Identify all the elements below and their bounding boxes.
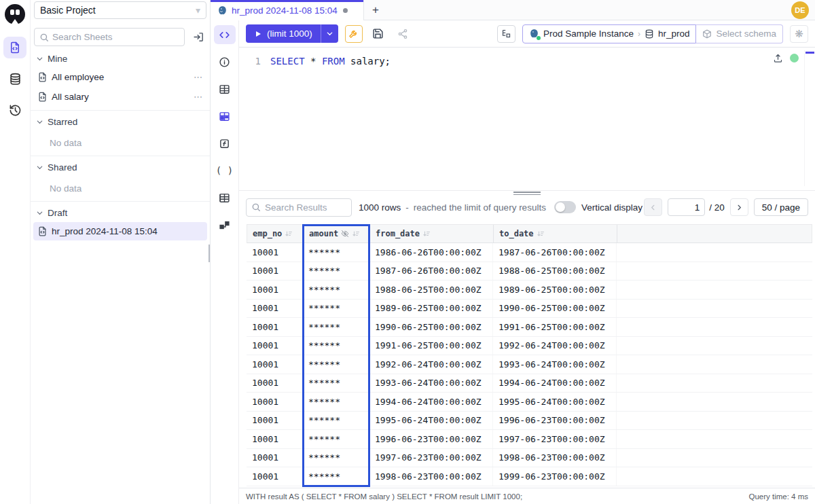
new-tab-button[interactable]: + xyxy=(364,0,387,20)
cell-to_date[interactable]: 1987-06-26T00:00:00Z xyxy=(493,243,617,262)
cell-from_date[interactable]: 1993-06-24T00:00:00Z xyxy=(369,374,493,393)
cell-to_date[interactable]: 1988-06-25T00:00:00Z xyxy=(493,262,617,281)
cell-amount[interactable]: ****** xyxy=(303,300,369,318)
cell-to_date[interactable]: 1999-06-23T00:00:00Z xyxy=(493,467,617,486)
vertical-display-toggle[interactable] xyxy=(554,201,576,213)
eye-off-icon[interactable] xyxy=(341,230,349,238)
cell-from_date[interactable]: 1996-06-23T00:00:00Z xyxy=(369,430,493,448)
cell-amount[interactable]: ****** xyxy=(303,449,369,467)
cell-amount[interactable]: ****** xyxy=(303,355,369,374)
cell-emp_no[interactable]: 10001 xyxy=(247,449,303,467)
column-header-emp-no[interactable]: emp_no xyxy=(247,225,304,242)
cell-to_date[interactable]: 1989-06-25T00:00:00Z xyxy=(493,281,617,299)
cell-from_date[interactable]: 1991-06-25T00:00:00Z xyxy=(369,337,493,355)
instance-database-select[interactable]: Prod Sample Instance › hr_prod xyxy=(522,24,696,43)
table-row[interactable]: 10001******1988-06-25T00:00:00Z1989-06-2… xyxy=(247,281,812,300)
user-avatar[interactable]: DE xyxy=(791,1,809,19)
next-page-button[interactable] xyxy=(730,198,748,216)
cell-emp_no[interactable]: 10001 xyxy=(247,243,303,262)
cell-to_date[interactable]: 1992-06-24T00:00:00Z xyxy=(493,337,617,355)
sheet-item-all-employee[interactable]: All employee ⋯ xyxy=(33,68,207,86)
cell-from_date[interactable]: 1992-06-24T00:00:00Z xyxy=(369,355,493,374)
ai-assistant-button[interactable]: ❋ xyxy=(790,25,808,43)
cell-emp_no[interactable]: 10001 xyxy=(247,262,303,281)
section-header-mine[interactable]: Mine xyxy=(31,50,210,67)
sql-editor-surface[interactable]: 1 SELECT * FROM salary; xyxy=(239,48,815,190)
table-row[interactable]: 10001******1995-06-24T00:00:00Z1996-06-2… xyxy=(247,412,812,431)
share-sheet-button[interactable] xyxy=(394,25,412,43)
column-header-amount[interactable]: amount xyxy=(304,225,370,242)
table-row[interactable]: 10001******1992-06-24T00:00:00Z1993-06-2… xyxy=(247,355,812,374)
save-sheet-button[interactable] xyxy=(369,25,387,43)
page-number-input[interactable]: 1 xyxy=(668,198,705,216)
table-row[interactable]: 10001******1998-06-23T00:00:00Z1999-06-2… xyxy=(247,467,812,486)
cell-emp_no[interactable]: 10001 xyxy=(247,355,303,374)
run-query-button[interactable]: (limit 1000) xyxy=(246,24,321,43)
cell-from_date[interactable]: 1989-06-25T00:00:00Z xyxy=(369,300,493,318)
cell-emp_no[interactable]: 10001 xyxy=(247,412,303,430)
table-row[interactable]: 10001******1994-06-24T00:00:00Z1995-06-2… xyxy=(247,393,812,412)
table-row[interactable]: 10001******1993-06-24T00:00:00Z1994-06-2… xyxy=(247,374,812,393)
section-header-starred[interactable]: Starred xyxy=(31,113,210,130)
cell-from_date[interactable]: 1995-06-24T00:00:00Z xyxy=(369,412,493,430)
strip-external-tables-button[interactable] xyxy=(214,107,236,126)
project-select[interactable]: Basic Project ▾ xyxy=(34,1,206,19)
cell-emp_no[interactable]: 10001 xyxy=(247,281,303,299)
panel-resize-handle[interactable] xyxy=(239,190,815,196)
section-header-draft[interactable]: Draft xyxy=(31,204,210,221)
cell-amount[interactable]: ****** xyxy=(303,318,369,336)
cell-to_date[interactable]: 1997-06-23T00:00:00Z xyxy=(493,430,617,448)
cell-to_date[interactable]: 1995-06-24T00:00:00Z xyxy=(493,393,617,411)
cell-from_date[interactable]: 1990-06-25T00:00:00Z xyxy=(369,318,493,336)
cell-amount[interactable]: ****** xyxy=(303,281,369,299)
cell-emp_no[interactable]: 10001 xyxy=(247,467,303,486)
nav-databases[interactable] xyxy=(3,68,26,90)
nav-worksheets[interactable] xyxy=(3,37,26,58)
sort-icon[interactable] xyxy=(537,230,545,238)
cell-amount[interactable]: ****** xyxy=(303,243,369,262)
cell-amount[interactable]: ****** xyxy=(303,337,369,355)
cell-emp_no[interactable]: 10001 xyxy=(247,300,303,318)
cell-emp_no[interactable]: 10001 xyxy=(247,393,303,411)
schema-select[interactable]: Select schema xyxy=(696,24,783,43)
strip-schema-diagram-button[interactable] xyxy=(214,215,236,234)
sort-icon[interactable] xyxy=(422,230,431,238)
strip-info-button[interactable] xyxy=(214,52,236,71)
sheet-item-all-salary[interactable]: All salary ⋯ xyxy=(33,88,207,106)
strip-procedures-button[interactable]: ( ) xyxy=(214,161,236,180)
sort-icon[interactable] xyxy=(352,230,360,238)
cell-to_date[interactable]: 1991-06-25T00:00:00Z xyxy=(493,318,617,336)
cell-from_date[interactable]: 1988-06-25T00:00:00Z xyxy=(369,281,493,299)
strip-code-button[interactable] xyxy=(214,25,236,44)
cell-from_date[interactable]: 1994-06-24T00:00:00Z xyxy=(369,393,493,411)
format-sql-button[interactable] xyxy=(345,25,363,43)
cell-emp_no[interactable]: 10001 xyxy=(247,318,303,336)
page-size-select[interactable]: 50 / page xyxy=(754,198,808,216)
prev-page-button[interactable] xyxy=(644,198,662,216)
cell-from_date[interactable]: 1998-06-23T00:00:00Z xyxy=(369,467,493,486)
sheet-search-input[interactable]: Search Sheets xyxy=(34,28,185,46)
tab-hr-prod[interactable]: hr_prod 2024-11-08 15:04 xyxy=(211,0,364,20)
sheet-more-button[interactable]: ⋯ xyxy=(194,72,203,82)
import-sheet-button[interactable] xyxy=(190,29,206,46)
sheet-item-draft-hr-prod[interactable]: hr_prod 2024-11-08 15:04 xyxy=(33,222,207,240)
table-row[interactable]: 10001******1990-06-25T00:00:00Z1991-06-2… xyxy=(247,318,812,337)
cell-amount[interactable]: ****** xyxy=(303,430,369,448)
cell-from_date[interactable]: 1986-06-26T00:00:00Z xyxy=(369,243,493,262)
cell-from_date[interactable]: 1987-06-26T00:00:00Z xyxy=(369,262,493,281)
cell-to_date[interactable]: 1990-06-25T00:00:00Z xyxy=(493,300,617,318)
cell-to_date[interactable]: 1994-06-24T00:00:00Z xyxy=(493,374,617,393)
cell-amount[interactable]: ****** xyxy=(303,393,369,411)
sort-icon[interactable] xyxy=(285,230,293,238)
nav-history[interactable] xyxy=(3,99,26,121)
cell-to_date[interactable]: 1998-06-23T00:00:00Z xyxy=(493,449,617,467)
strip-tables-button[interactable] xyxy=(214,79,236,98)
column-header-from-date[interactable]: from_date xyxy=(370,225,494,242)
table-row[interactable]: 10001******1997-06-23T00:00:00Z1998-06-2… xyxy=(247,449,812,468)
upload-sql-button[interactable] xyxy=(773,53,783,63)
strip-functions-button[interactable] xyxy=(214,134,236,153)
cell-amount[interactable]: ****** xyxy=(303,374,369,393)
table-row[interactable]: 10001******1991-06-25T00:00:00Z1992-06-2… xyxy=(247,337,812,356)
section-header-shared[interactable]: Shared xyxy=(31,159,210,175)
results-search-input[interactable]: Search Results xyxy=(246,198,352,217)
